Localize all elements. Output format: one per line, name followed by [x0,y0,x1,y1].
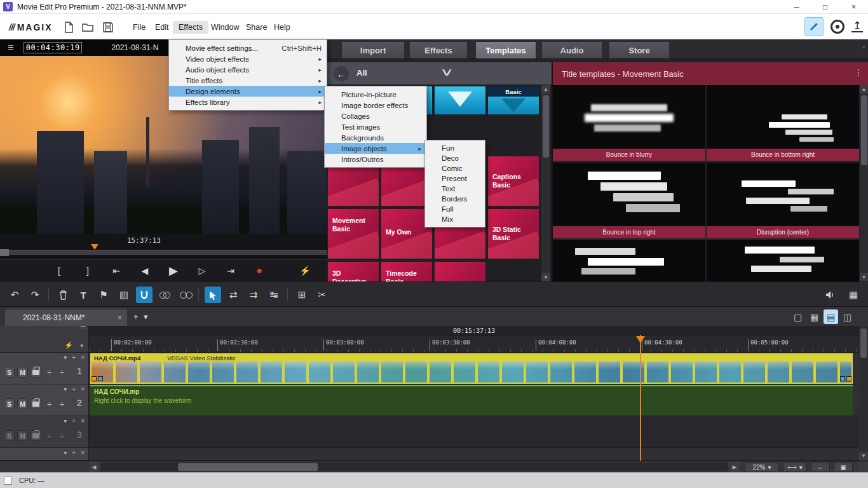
delete-button[interactable] [55,287,71,303]
clip-handle[interactable] [846,376,851,381]
template-tile-3d-static-basic[interactable]: 3D Static Basic [488,209,539,259]
panel-corner-icon[interactable]: ▫ [862,43,865,51]
template-item-bounce-in-bottom-right[interactable] [707,85,859,149]
redo-button[interactable]: ↷ [27,287,43,303]
clip-handle[interactable] [98,376,103,381]
timeline-ruler[interactable]: 00:02:00:00 00:02:30:00 00:03:00:00 00:0… [89,336,859,353]
menu-item-video-object-effects[interactable]: Video object effects▸ [169,53,327,64]
jump-to-start-button[interactable]: ⇤ [107,262,126,279]
timeline-vertical-scrollbar[interactable]: ▼ [859,326,868,461]
export-button[interactable] [804,17,824,36]
template-tile-timecode-basic[interactable]: Timecode Basic 0:05 [381,262,432,281]
marker-button[interactable]: ⚑ [95,287,112,303]
menu-item-present[interactable]: Present [425,173,485,184]
playhead-line[interactable] [640,335,641,461]
menu-item-collages[interactable]: Collages [325,111,426,121]
track-add-icon[interactable]: + [72,386,76,393]
mouse-mode-all-tracks-button[interactable]: ⇉ [245,287,262,303]
template-tile-movement-basic[interactable]: Movement Basic [328,209,379,259]
scroll-down-button[interactable]: ▼ [859,452,868,460]
upload-icon[interactable]: ↥ [851,22,863,32]
menu-item-picture-in-picture[interactable]: Picture-in-picture [325,89,426,100]
track1-volume-icon[interactable]: ÷ [47,368,51,377]
tab-store[interactable]: Store [609,41,670,58]
track-collapse-icon[interactable]: ▾ [64,354,67,361]
menu-item-full[interactable]: Full [425,204,485,214]
menu-help[interactable]: Help [268,21,296,34]
tab-effects[interactable]: Effects [409,41,468,58]
scrollbar-thumb[interactable] [860,329,867,358]
close-button[interactable]: × [839,0,868,14]
new-project-button[interactable] [61,20,76,35]
track2-mute-button[interactable]: M [17,398,28,409]
track1-mute-button[interactable]: M [17,367,28,377]
track3-mute-button[interactable]: M [17,430,28,441]
scroll-down-button[interactable]: ▼ [860,273,868,281]
track-collapse-icon[interactable]: ▾ [64,386,67,393]
menu-item-borders[interactable]: Borders [425,194,485,204]
jump-to-end-button[interactable]: ⇥ [221,262,240,279]
mark-out-button[interactable]: ] [78,262,97,279]
menu-item-movie-effect-settings[interactable]: Movie effect settings...Ctrl+Shift+H [169,43,327,53]
template-item-bounce-in-top-right[interactable] [553,163,705,226]
audio-clip[interactable]: НАД СОЧИ.mp Right click to display the w… [90,385,853,416]
menu-item-title-effects[interactable]: Title effects▸ [169,75,327,86]
scroll-left-button[interactable]: ◀ [89,461,99,473]
clip-handle[interactable] [840,376,845,381]
scrub-playhead-marker[interactable] [91,244,98,250]
track-close-icon[interactable]: × [81,449,85,456]
play-button[interactable]: ▶ [164,262,183,279]
menu-item-fun[interactable]: Fun [425,143,485,153]
track-close-icon[interactable]: × [81,354,85,361]
scrollbar-thumb[interactable] [543,95,549,158]
undo-button[interactable]: ↶ [6,287,23,303]
track3-lane[interactable] [89,416,859,448]
track2-volume-icon[interactable]: ÷ [47,400,51,409]
template-tile-basic[interactable]: Basic [488,86,539,114]
tab-audio[interactable]: Audio [541,41,602,58]
mouse-mode-select-button[interactable] [205,287,221,303]
scrub-track[interactable] [0,250,327,255]
view-storyboard-button[interactable]: ▢ [790,309,805,324]
menu-edit[interactable]: Edit [149,21,175,34]
track3-volume-icon[interactable]: ÷ [47,431,51,441]
tab-list-chevron-icon[interactable]: ▾ [144,312,148,322]
track-add-icon[interactable]: + [72,417,76,424]
menu-item-test-images[interactable]: Test images [325,121,426,132]
menu-item-mix[interactable]: Mix [425,214,485,224]
menu-item-effects-library[interactable]: Effects library▸ [169,97,327,107]
menu-file[interactable]: File [127,21,151,34]
track-close-icon[interactable]: × [81,386,85,393]
template-tile-partial[interactable] [435,86,485,114]
menu-item-text[interactable]: Text [425,184,485,194]
tab-close-icon[interactable]: × [118,313,122,322]
track2-lock-button[interactable] [31,398,41,409]
clip-handle[interactable] [92,376,97,381]
template-item[interactable] [553,240,705,281]
track-close-icon[interactable]: × [81,417,85,424]
menu-item-comic[interactable]: Comic [425,163,485,173]
project-tab[interactable]: 2021-08-31-NNM* × [5,309,127,326]
mouse-mode-stretch-button[interactable]: ↹ [266,287,282,303]
zoom-level-dropdown[interactable]: 22%▾ [745,462,779,472]
track3-solo-button[interactable]: S [4,430,15,441]
audio-levels-button[interactable]: ▥ [116,287,132,303]
scroll-up-button[interactable]: ▲ [860,85,868,93]
save-project-button[interactable] [100,20,116,35]
automation-flash-icon[interactable]: ⚡ [64,341,73,349]
mouse-mode-swap-button[interactable]: ⇄ [225,287,241,303]
menu-item-deco[interactable]: Deco [425,153,485,163]
menu-item-intros-outros[interactable]: Intros/Outros [325,154,426,165]
template-tile-dynamic-titles[interactable]: Dynamic titles [435,262,485,281]
track2-solo-button[interactable]: S [4,398,15,409]
view-scene-overview-button[interactable]: ▦ [807,309,822,324]
view-timeline-button[interactable]: ▤ [824,309,838,324]
menu-item-audio-object-effects[interactable]: Audio object effects▸ [169,64,327,75]
title-editor-button[interactable]: T [75,287,92,303]
group-button[interactable] [156,287,173,303]
menu-window[interactable]: Window [205,21,245,34]
open-project-button[interactable] [80,20,95,35]
preview-menu-icon[interactable]: ≡ [8,42,13,53]
add-project-tab-button[interactable]: + [133,312,139,322]
detail-scrollbar[interactable]: ▲ ▼ [860,85,868,281]
